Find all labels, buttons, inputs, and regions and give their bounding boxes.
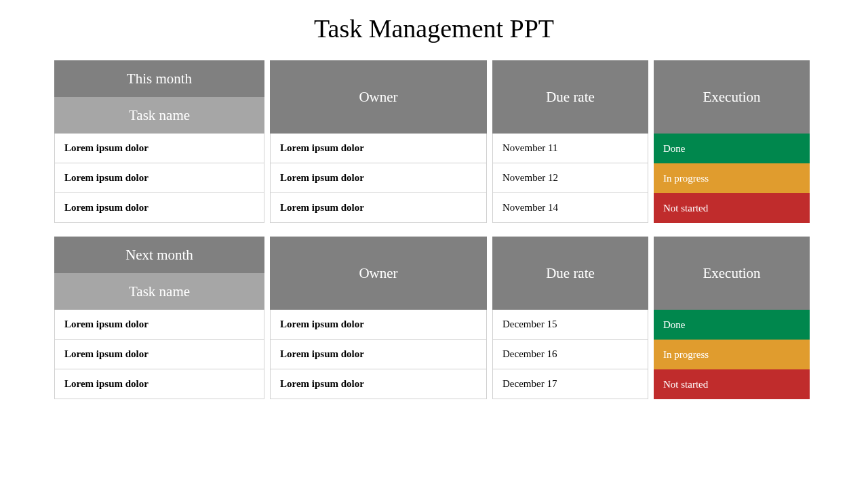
task-cell: Lorem ipsum dolor [54,193,264,223]
execution-column: Execution Done In progress Not started [654,60,810,223]
month-header: Next month [54,237,264,273]
due-cell: November 14 [492,193,648,223]
owner-cell: Lorem ipsum dolor [270,193,487,223]
taskname-header: Task name [54,97,264,134]
task-cell: Lorem ipsum dolor [54,134,264,163]
taskname-header: Task name [54,273,264,310]
owner-cell: Lorem ipsum dolor [270,310,487,340]
due-cell: December 16 [492,340,648,369]
execution-header: Execution [654,237,810,310]
owner-header: Owner [270,237,487,310]
section-this-month: This month Task name Lorem ipsum dolor L… [54,60,814,223]
task-cell: Lorem ipsum dolor [54,369,264,399]
execution-header: Execution [654,60,810,134]
task-cell: Lorem ipsum dolor [54,163,264,193]
due-header: Due rate [492,60,648,134]
owner-cell: Lorem ipsum dolor [270,134,487,163]
status-not-started: Not started [654,193,810,223]
owner-header: Owner [270,60,487,134]
owner-column: Owner Lorem ipsum dolor Lorem ipsum dolo… [270,237,487,399]
owner-column: Owner Lorem ipsum dolor Lorem ipsum dolo… [270,60,487,223]
due-column: Due rate November 11 November 12 Novembe… [492,60,648,223]
status-done: Done [654,310,810,340]
due-header: Due rate [492,237,648,310]
task-column: Next month Task name Lorem ipsum dolor L… [54,237,264,399]
owner-cell: Lorem ipsum dolor [270,163,487,193]
status-in-progress: In progress [654,163,810,193]
due-cell: November 11 [492,134,648,163]
section-next-month: Next month Task name Lorem ipsum dolor L… [54,237,814,399]
task-column: This month Task name Lorem ipsum dolor L… [54,60,264,223]
due-cell: December 15 [492,310,648,340]
task-cell: Lorem ipsum dolor [54,340,264,369]
due-cell: November 12 [492,163,648,193]
status-done: Done [654,134,810,163]
execution-column: Execution Done In progress Not started [654,237,810,399]
owner-cell: Lorem ipsum dolor [270,369,487,399]
task-cell: Lorem ipsum dolor [54,310,264,340]
month-header: This month [54,60,264,97]
due-cell: December 17 [492,369,648,399]
owner-cell: Lorem ipsum dolor [270,340,487,369]
status-in-progress: In progress [654,340,810,369]
due-column: Due rate December 15 December 16 Decembe… [492,237,648,399]
status-not-started: Not started [654,369,810,399]
page-title: Task Management PPT [54,14,814,43]
